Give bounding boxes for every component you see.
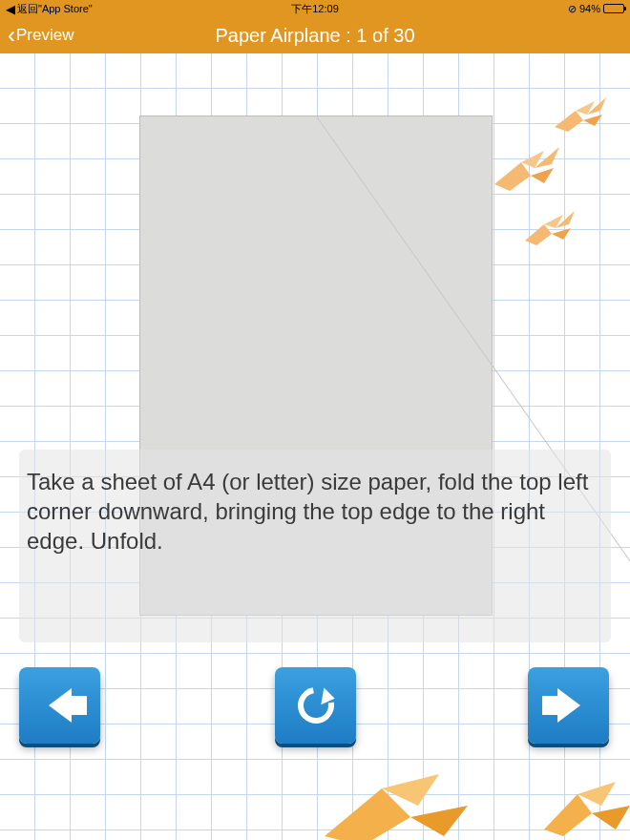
battery-icon (603, 4, 624, 13)
orientation-lock-icon: ⊘ (568, 3, 577, 15)
instruction-text: Take a sheet of A4 (or letter) size pape… (19, 450, 611, 642)
status-back-to-app[interactable]: ◀返回"App Store" (6, 2, 93, 16)
status-right: ⊘ 94% (568, 3, 624, 15)
decorative-bird-icon (305, 769, 496, 840)
next-step-button[interactable] (528, 667, 609, 744)
back-button[interactable]: ‹ Preview (8, 24, 74, 47)
page-title: Paper Airplane : 1 of 30 (215, 25, 414, 47)
decorative-bird-icon (517, 208, 582, 262)
nav-bar: ‹ Preview Paper Airplane : 1 of 30 (0, 17, 630, 53)
status-back-label: 返回"App Store" (17, 2, 93, 16)
previous-step-button[interactable] (19, 667, 100, 744)
status-bar: ◀返回"App Store" 下午12:09 ⊘ 94% (0, 0, 630, 17)
battery-percent: 94% (579, 3, 600, 14)
arrow-right-icon (557, 688, 580, 723)
content-area: Take a sheet of A4 (or letter) size pape… (0, 53, 630, 840)
replay-icon (290, 681, 341, 731)
chevron-left-icon: ‹ (8, 24, 15, 47)
decorative-bird-icon (485, 141, 567, 210)
decorative-bird-icon (535, 777, 630, 840)
back-label: Preview (16, 26, 74, 45)
status-time: 下午12:09 (291, 2, 339, 16)
replay-button[interactable] (275, 667, 356, 744)
arrow-left-icon (49, 688, 72, 723)
